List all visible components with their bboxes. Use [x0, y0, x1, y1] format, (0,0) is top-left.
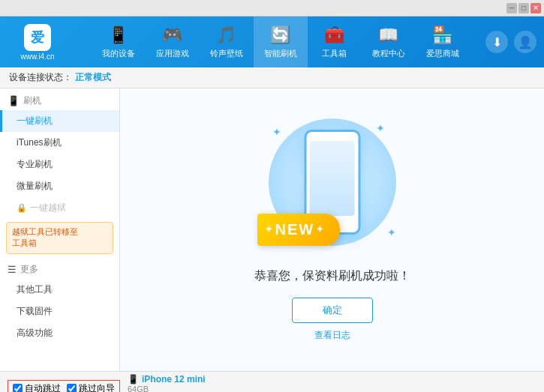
auto-jump-checkbox-item[interactable]: 自动跳过 [13, 382, 61, 393]
lock-icon: 🔒 [17, 203, 27, 213]
star-right: ✦ [316, 224, 325, 235]
nav-store-label: 爱思商城 [426, 48, 459, 59]
success-message: 恭喜您，保资料刷机成功啦！ [254, 268, 410, 284]
nav-ringtones-label: 铃声壁纸 [210, 48, 243, 59]
close-button[interactable]: ✕ [530, 3, 541, 13]
user-button[interactable]: 👤 [514, 31, 536, 53]
auto-jump-checkbox[interactable] [13, 384, 23, 393]
nav-tutorial[interactable]: 📖 教程中心 [362, 16, 416, 67]
guide-skip-checkbox-item[interactable]: 跳过向导 [67, 382, 115, 393]
star-left: ✦ [265, 224, 274, 235]
nav-smart-flash[interactable]: 🔄 智能刷机 [254, 16, 308, 67]
device-phone-icon: 📱 [128, 374, 139, 385]
logo-icon: 爱 [24, 24, 51, 51]
nav-my-device-label: 我的设备 [102, 48, 135, 59]
guide-skip-checkbox[interactable] [67, 384, 77, 393]
header-right: ⬇ 👤 [485, 31, 544, 53]
store-icon: 🏪 [432, 25, 452, 45]
auto-jump-label: 自动跳过 [25, 382, 61, 393]
flash-section-label: 刷机 [23, 94, 41, 107]
device-storage: 64GB [128, 385, 206, 392]
sidebar-item-itunes-flash[interactable]: iTunes刷机 [0, 132, 119, 154]
sparkle-3: ✦ [387, 226, 396, 238]
logo-url: www.i4.cn [20, 52, 54, 61]
main-layout: 📱 刷机 一键刷机 iTunes刷机 专业刷机 微量刷机 🔒 一键越狱 越狱工具… [0, 88, 544, 371]
nav-toolbox-label: 工具箱 [322, 48, 347, 59]
new-badge: ✦ NEW ✦ [257, 214, 341, 246]
my-device-icon: 📱 [108, 25, 128, 45]
sidebar-item-wipe-flash[interactable]: 微量刷机 [0, 175, 119, 197]
smart-flash-icon: 🔄 [270, 25, 290, 45]
title-bar: ─ □ ✕ [0, 0, 544, 16]
sidebar-item-download-firmware[interactable]: 下载固件 [0, 301, 119, 322]
content-area: ✦ ✦ ✦ ✦ NEW ✦ 恭喜您，保资料刷机成功啦！ 确定 查看日志 [120, 88, 544, 371]
minimize-button[interactable]: ─ [506, 3, 517, 13]
toolbox-icon: 🧰 [324, 25, 344, 45]
ringtones-icon: 🎵 [216, 25, 236, 45]
sidebar-item-jailbreak-disabled: 🔒 一键越狱 [0, 197, 119, 219]
nav-my-device[interactable]: 📱 我的设备 [92, 16, 146, 67]
guide-skip-label: 跳过向导 [79, 382, 115, 393]
sidebar-section-flash: 📱 刷机 [0, 88, 119, 110]
status-bar: 设备连接状态： 正常模式 [0, 67, 544, 88]
apps-games-icon: 🎮 [162, 25, 182, 45]
confirm-button[interactable]: 确定 [292, 298, 373, 323]
sidebar: 📱 刷机 一键刷机 iTunes刷机 专业刷机 微量刷机 🔒 一键越狱 越狱工具… [0, 88, 120, 371]
sidebar-item-other-tools[interactable]: 其他工具 [0, 279, 119, 301]
nav-store[interactable]: 🏪 爱思商城 [416, 16, 470, 67]
sidebar-item-pro-flash[interactable]: 专业刷机 [0, 154, 119, 175]
status-value: 正常模式 [75, 71, 111, 84]
more-section-icon: ☰ [8, 264, 17, 275]
nav-tutorial-label: 教程中心 [372, 48, 405, 59]
maximize-button[interactable]: □ [518, 3, 529, 13]
more-section-label: 更多 [20, 263, 38, 276]
phone-screen [310, 141, 355, 216]
nav-smart-flash-label: 智能刷机 [264, 48, 297, 59]
header: 爱 www.i4.cn 📱 我的设备 🎮 应用游戏 🎵 铃声壁纸 🔄 智能刷机 … [0, 16, 544, 67]
nav-apps-games[interactable]: 🎮 应用游戏 [146, 16, 200, 67]
nav-toolbox[interactable]: 🧰 工具箱 [308, 16, 362, 67]
nav-ringtones[interactable]: 🎵 铃声壁纸 [200, 16, 254, 67]
sparkle-1: ✦ [272, 126, 281, 138]
nav-apps-games-label: 应用游戏 [156, 48, 189, 59]
logo[interactable]: 爱 www.i4.cn [0, 24, 75, 61]
device-name: 📱 iPhone 12 mini [128, 374, 206, 385]
sidebar-section-more: ☰ 更多 [0, 257, 119, 279]
tutorial-icon: 📖 [378, 25, 398, 45]
sidebar-item-advanced[interactable]: 高级功能 [0, 322, 119, 344]
sidebar-item-one-click-flash[interactable]: 一键刷机 [0, 110, 119, 132]
status-label: 设备连接状态： [9, 71, 72, 84]
sparkle-2: ✦ [376, 122, 385, 134]
calendar-link[interactable]: 查看日志 [314, 329, 350, 342]
phone-illustration: ✦ ✦ ✦ ✦ NEW ✦ [257, 118, 407, 253]
nav-bar: 📱 我的设备 🎮 应用游戏 🎵 铃声壁纸 🔄 智能刷机 🧰 工具箱 📖 教程中心… [75, 16, 485, 67]
download-button[interactable]: ⬇ [485, 31, 508, 53]
bottom-wrapper: 自动跳过 跳过向导 📱 iPhone 12 mini 64GB Down-12m… [0, 371, 544, 392]
flash-section-icon: 📱 [8, 95, 20, 106]
sidebar-notice: 越狱工具已转移至工具箱 [6, 222, 113, 254]
device-info-block: 📱 iPhone 12 mini 64GB Down-12mini-13.1 [128, 374, 206, 392]
